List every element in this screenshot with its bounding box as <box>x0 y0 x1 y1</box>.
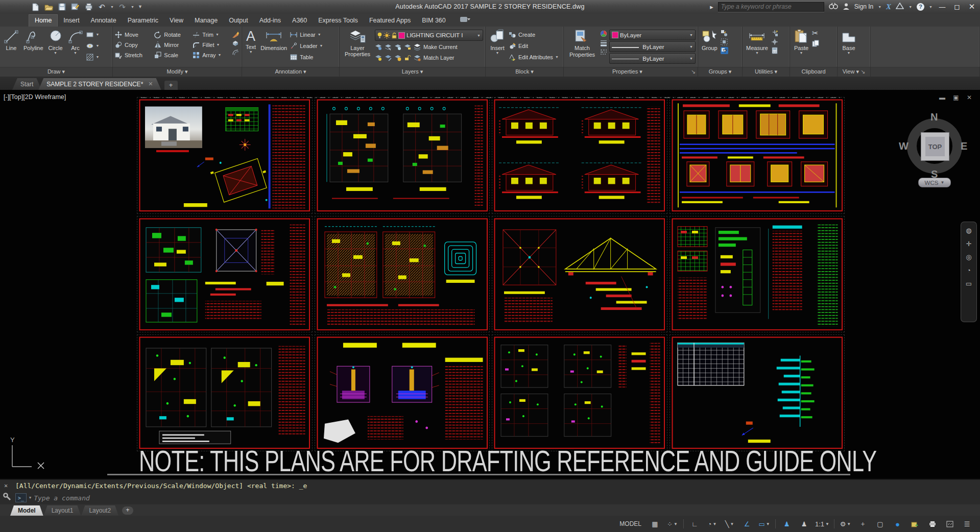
navigation-bar[interactable]: ◍ ✛ ◎ ◔ ▭ <box>961 222 977 322</box>
search-binoculars-icon[interactable] <box>829 3 838 11</box>
lineweight-dropdown[interactable]: ByLayer▼ <box>609 41 696 52</box>
table-button[interactable]: Table <box>290 52 323 62</box>
panel-label-block[interactable]: Block ▾ <box>486 67 563 77</box>
tab-output[interactable]: Output <box>223 15 254 27</box>
color-wheel-icon[interactable] <box>600 30 608 37</box>
ortho-mode-button[interactable]: ∟ <box>687 518 703 530</box>
panel-label-clipboard[interactable]: Clipboard <box>790 67 837 77</box>
layer-unlock-icon[interactable] <box>404 54 412 61</box>
erase-icon[interactable] <box>232 31 240 38</box>
annotation-scale-button[interactable]: 1:1▼ <box>814 518 831 530</box>
new-drawing-tab-button[interactable]: + <box>164 81 178 90</box>
object-color-dropdown[interactable]: ByLayer▼ <box>609 30 696 40</box>
copy-clip-icon[interactable] <box>812 40 820 47</box>
help-icon[interactable]: ? <box>917 3 924 11</box>
group-edit-icon[interactable] <box>721 38 728 45</box>
layer-lock-small-icon[interactable] <box>404 43 412 51</box>
object-snap-tracking-button[interactable]: ∠ <box>739 518 755 530</box>
clean-screen-button[interactable] <box>942 518 958 530</box>
command-recent-caret-icon[interactable]: ▼ <box>29 497 31 499</box>
command-customize-wrench-icon[interactable] <box>3 493 11 501</box>
fillet-button[interactable]: Fillet▼ <box>193 40 230 50</box>
polar-tracking-button[interactable]: ◔▼ <box>704 518 720 530</box>
ribbon-options-icon[interactable] <box>460 16 471 24</box>
object-snap-button[interactable]: ▭▼ <box>756 518 772 530</box>
grid-display-button[interactable]: ▦ <box>647 518 663 530</box>
circle-button[interactable]: Circle▼ <box>46 28 65 55</box>
sign-in-caret-icon[interactable]: ▼ <box>878 6 881 8</box>
orbit-icon[interactable]: ◔ <box>967 267 971 274</box>
layer-properties-button[interactable]: Layer Properties <box>342 28 373 58</box>
edit-block-button[interactable]: Edit <box>509 41 559 51</box>
array-button[interactable]: Array▼ <box>193 50 230 60</box>
tab-manage[interactable]: Manage <box>189 15 223 27</box>
panel-label-draw[interactable]: Draw ▾ <box>0 67 112 77</box>
insert-button[interactable]: Insert▼ <box>488 28 507 55</box>
viewcube-east[interactable]: E <box>961 140 967 152</box>
minimize-button[interactable]: — <box>937 3 947 11</box>
annotation-monitor-button[interactable]: ＋ <box>855 518 871 530</box>
exchange-apps-icon[interactable]: X <box>886 3 891 11</box>
trusted-autoload-icon[interactable] <box>907 518 923 530</box>
panel-label-modify[interactable]: Modify ▾ <box>113 67 242 77</box>
isolate-objects-button[interactable]: ▢ <box>872 518 888 530</box>
customization-menu-button[interactable]: ☰ <box>959 518 975 530</box>
autoscale-button[interactable]: ♟ <box>796 518 812 530</box>
offset-icon[interactable] <box>232 49 240 56</box>
tab-addins[interactable]: Add-ins <box>254 15 286 27</box>
command-history-line[interactable]: [All/Center/Dynamic/Extents/Previous/Sca… <box>15 482 307 490</box>
linetype-dropdown[interactable]: ByLayer▼ <box>609 53 696 64</box>
trim-button[interactable]: Trim▼ <box>193 30 230 39</box>
command-input-row[interactable]: >_ ▼ Type a command <box>15 493 90 502</box>
search-input[interactable] <box>718 2 824 12</box>
linetype-icon[interactable] <box>600 49 608 56</box>
text-button[interactable]: A Text▼ <box>244 28 257 54</box>
file-tab-drawing[interactable]: SAMPLE 2 STOREY RESIDENCE*✕ <box>38 78 161 90</box>
workspace-switching-button[interactable]: ⚙▼ <box>838 518 853 530</box>
move-button[interactable]: Move <box>115 30 151 39</box>
stretch-button[interactable]: Stretch <box>115 50 151 60</box>
layer-isolate-icon[interactable] <box>385 43 392 51</box>
measure-button[interactable]: Measure▼ <box>745 28 770 55</box>
ungroup-icon[interactable] <box>721 30 728 37</box>
tab-bim360[interactable]: BIM 360 <box>416 15 451 27</box>
layer-walk-icon[interactable] <box>375 54 383 61</box>
id-point-icon[interactable] <box>771 38 779 45</box>
arc-button[interactable]: Arc▼ <box>66 28 85 55</box>
tab-model[interactable]: Model <box>10 505 43 516</box>
snap-mode-button[interactable]: ⁘▼ <box>664 518 680 530</box>
isometric-drafting-button[interactable]: ╲▼ <box>722 518 737 530</box>
ellipse-tool-icon[interactable] <box>86 42 94 50</box>
layer-dropdown-caret-icon[interactable]: ▼ <box>477 34 481 37</box>
hardware-acceleration-button[interactable]: ● <box>890 518 905 530</box>
copy-button[interactable]: Copy <box>115 40 151 50</box>
viewport-window-buttons[interactable]: ▬ ▣ ✕ <box>939 94 975 101</box>
drawing-canvas[interactable]: [-][Top][2D Wireframe] ▬ ▣ ✕ <box>0 90 980 479</box>
file-tab-start[interactable]: Start <box>12 78 41 90</box>
make-current-button[interactable]: Make Current <box>423 44 458 50</box>
panel-label-layers[interactable]: Layers ▾ <box>340 67 485 77</box>
model-space-button[interactable]: MODEL <box>615 518 646 530</box>
tab-home[interactable]: Home <box>29 14 58 27</box>
paste-button[interactable]: Paste▼ <box>792 28 810 55</box>
maximize-button[interactable]: ◻ <box>952 3 962 11</box>
panel-label-view[interactable]: View ▾ ↘ <box>838 67 870 77</box>
a360-caret-icon[interactable]: ▼ <box>909 6 912 8</box>
new-layout-button[interactable]: + <box>122 506 133 515</box>
tab-annotate[interactable]: Annotate <box>85 15 122 27</box>
create-block-button[interactable]: Create <box>509 30 559 39</box>
help-caret-icon[interactable]: ▼ <box>929 6 933 8</box>
tab-layout2[interactable]: Layout2 <box>81 505 118 516</box>
layer-freeze-icon[interactable] <box>394 43 402 51</box>
quick-calculator-icon[interactable] <box>771 47 779 54</box>
command-close-icon[interactable]: ✕ <box>4 482 8 489</box>
mirror-button[interactable]: Mirror <box>154 40 189 50</box>
hatch-tool-icon[interactable] <box>86 54 94 61</box>
scale-button[interactable]: Scale <box>154 50 189 60</box>
group-selection-icon[interactable] <box>721 47 728 54</box>
a360-icon[interactable] <box>896 3 904 11</box>
quick-select-icon[interactable] <box>771 30 779 37</box>
zoom-extents-icon[interactable]: ◎ <box>966 253 971 261</box>
panel-label-annotation[interactable]: Annotation ▾ <box>242 67 339 77</box>
layer-dropdown[interactable]: LIGHTING CIRCUIT I ▼ <box>375 30 483 41</box>
